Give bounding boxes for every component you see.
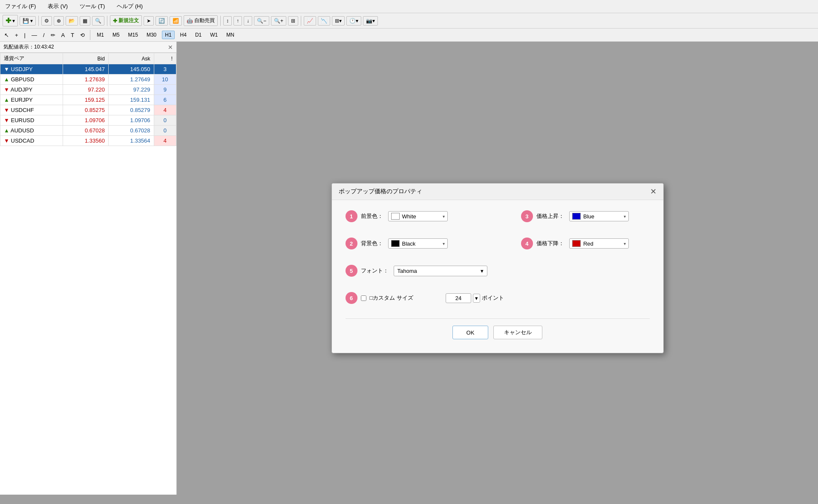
line-tool[interactable]: / bbox=[41, 31, 46, 39]
zoom-in-button[interactable]: 🔍+ bbox=[271, 16, 286, 26]
quote-row[interactable]: ▲ GBPUSD1.276391.2764910 bbox=[0, 74, 176, 85]
up-arrow-icon: ▲ bbox=[4, 97, 9, 103]
text-tool[interactable]: T bbox=[69, 31, 76, 39]
template-button[interactable]: ⊞▾ bbox=[332, 16, 345, 26]
foreground-color-text: White bbox=[402, 213, 440, 220]
chart-btn1[interactable]: ↕ bbox=[223, 16, 232, 26]
quote-row[interactable]: ▼ EURUSD1.097061.097060 bbox=[0, 115, 176, 126]
chart-btn3[interactable]: ↓ bbox=[244, 16, 252, 26]
new-order-icon: ✚ bbox=[113, 18, 117, 24]
spread-cell: 6 bbox=[154, 95, 176, 105]
ask-cell: 145.050 bbox=[108, 64, 154, 74]
tf-m1[interactable]: M1 bbox=[94, 31, 107, 39]
tf-h1[interactable]: H1 bbox=[162, 31, 174, 39]
down-arrow-icon: ▼ bbox=[4, 66, 9, 72]
folder-button[interactable]: 📂 bbox=[66, 16, 78, 26]
auto-trade-button[interactable]: 🤖 自動売買 bbox=[184, 15, 218, 26]
size-input[interactable]: 24 bbox=[446, 293, 471, 303]
font-select[interactable]: Tahoma ▾ bbox=[394, 266, 487, 276]
col-pair: 通貨ペア bbox=[0, 53, 63, 64]
sync-icon: 🔄 bbox=[158, 18, 165, 24]
quote-table: 通貨ペア Bid Ask ! ▼ USDJPY145.047145.0503▲ … bbox=[0, 53, 176, 146]
quote-row[interactable]: ▼ USDCAD1.335601.335644 bbox=[0, 136, 176, 146]
pair-cell: ▲ GBPUSD bbox=[0, 74, 63, 85]
add-button[interactable]: ✚▾ bbox=[3, 15, 18, 26]
indicator-btn2[interactable]: 📉 bbox=[318, 16, 330, 26]
custom-size-row: 6 □カスタム サイズ 24 ▾ ポイント bbox=[346, 292, 504, 304]
spread-cell: 3 bbox=[154, 64, 176, 74]
wifi-button[interactable]: 📶 bbox=[170, 16, 182, 26]
custom-size-checkbox[interactable] bbox=[361, 295, 366, 301]
price-down-label: 価格下降： bbox=[536, 240, 564, 247]
config-button[interactable]: ⚙ bbox=[41, 16, 52, 26]
ask-cell: 1.33564 bbox=[108, 136, 154, 146]
indicator-btn1[interactable]: 📈 bbox=[304, 16, 316, 26]
right-section: 3 価格上昇： Blue ▾ 4 価 bbox=[521, 210, 629, 312]
ok-button[interactable]: OK bbox=[452, 326, 489, 339]
price-up-row: 3 価格上昇： Blue ▾ bbox=[521, 210, 629, 222]
price-up-color-select[interactable]: Blue ▾ bbox=[569, 211, 629, 221]
menu-help[interactable]: ヘルプ (H) bbox=[115, 2, 144, 11]
spread-cell: 0 bbox=[154, 126, 176, 136]
zoom-out-button[interactable]: 🔍− bbox=[254, 16, 269, 26]
price-down-color-select[interactable]: Red ▾ bbox=[569, 238, 629, 249]
screenshot-button[interactable]: 📷▾ bbox=[363, 16, 378, 26]
magnify-button[interactable]: 🔍 bbox=[92, 16, 104, 26]
tf-m30[interactable]: M30 bbox=[144, 31, 159, 39]
pen-tool[interactable]: ✏ bbox=[49, 31, 57, 39]
tf-m15[interactable]: M15 bbox=[125, 31, 141, 39]
crosshair-button[interactable]: ⊕ bbox=[54, 16, 64, 26]
custom-size-checkbox-row: □カスタム サイズ bbox=[361, 294, 413, 302]
layout-button[interactable]: ⊞ bbox=[288, 16, 298, 26]
pointer-tool[interactable]: ↖ bbox=[3, 31, 11, 39]
wifi-icon: 📶 bbox=[173, 18, 179, 24]
bid-cell: 1.09706 bbox=[63, 115, 109, 126]
tf-d1[interactable]: D1 bbox=[192, 31, 204, 39]
tf-m5[interactable]: M5 bbox=[109, 31, 123, 39]
tf-mn[interactable]: MN bbox=[223, 31, 237, 39]
arrow-icon: ➤ bbox=[147, 18, 151, 24]
background-color-select[interactable]: Black ▾ bbox=[388, 238, 448, 249]
dialog-titlebar: ポップアップ価格のプロパティ ✕ bbox=[332, 183, 663, 200]
shape-tool[interactable]: ⟲ bbox=[78, 31, 86, 39]
foreground-color-select[interactable]: White ▾ bbox=[388, 211, 448, 221]
ask-cell: 159.131 bbox=[108, 95, 154, 105]
new-order-button[interactable]: ✚ 新規注文 bbox=[110, 15, 142, 26]
bid-cell: 97.220 bbox=[63, 85, 109, 95]
quote-row[interactable]: ▼ AUDJPY97.22097.2299 bbox=[0, 85, 176, 95]
cross-tool[interactable]: + bbox=[13, 31, 20, 39]
quote-row[interactable]: ▼ USDCHF0.852750.852794 bbox=[0, 105, 176, 115]
tf-h4[interactable]: H4 bbox=[177, 31, 190, 39]
left-section: 1 前景色： White ▾ 2 背 bbox=[346, 210, 504, 312]
hline-tool[interactable]: — bbox=[30, 31, 39, 39]
step-1: 1 bbox=[346, 210, 357, 222]
save-button[interactable]: 💾▾ bbox=[20, 16, 36, 26]
chart-btn2[interactable]: ↑ bbox=[233, 16, 242, 26]
tf-w1[interactable]: W1 bbox=[207, 31, 221, 39]
col-bid: Bid bbox=[63, 53, 109, 64]
clock-button[interactable]: 🕐▾ bbox=[346, 16, 361, 26]
menu-file[interactable]: ファイル (F) bbox=[3, 2, 37, 11]
cancel-button[interactable]: キャンセル bbox=[493, 326, 542, 339]
ask-cell: 0.85279 bbox=[108, 105, 154, 115]
menu-view[interactable]: 表示 (V) bbox=[46, 2, 69, 11]
sync-button[interactable]: 🔄 bbox=[156, 16, 168, 26]
abc-tool[interactable]: A bbox=[60, 31, 67, 39]
bid-cell: 1.33560 bbox=[63, 136, 109, 146]
down-arrow-icon: ▼ bbox=[4, 107, 9, 113]
dialog-close-button[interactable]: ✕ bbox=[650, 188, 657, 195]
quote-row[interactable]: ▼ USDJPY145.047145.0503 bbox=[0, 64, 176, 74]
step-2: 2 bbox=[346, 238, 357, 249]
quote-close-button[interactable]: ✕ bbox=[168, 44, 173, 51]
menu-tools[interactable]: ツール (T) bbox=[78, 2, 107, 11]
arrow-button[interactable]: ➤ bbox=[144, 16, 154, 26]
price-up-swatch bbox=[572, 213, 581, 220]
vline-tool[interactable]: | bbox=[23, 31, 27, 39]
font-row: 5 フォント： Tahoma ▾ bbox=[346, 265, 504, 277]
dialog-separator bbox=[346, 318, 650, 319]
foreground-arrow-icon: ▾ bbox=[443, 214, 445, 219]
quote-row[interactable]: ▲ AUDUSD0.670280.670280 bbox=[0, 126, 176, 136]
plus-icon: ✚ bbox=[6, 17, 11, 25]
grid-button[interactable]: ▦ bbox=[80, 16, 90, 26]
quote-row[interactable]: ▲ EURJPY159.125159.1316 bbox=[0, 95, 176, 105]
